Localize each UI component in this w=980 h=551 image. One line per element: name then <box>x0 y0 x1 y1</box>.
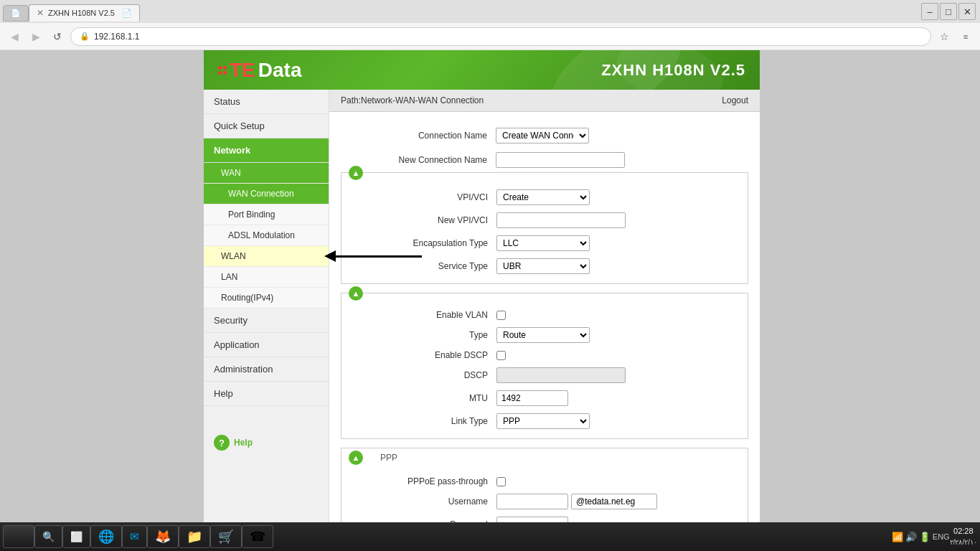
sidebar-item-network[interactable]: Network <box>204 138 329 163</box>
pppoe-passthrough-checkbox[interactable] <box>496 477 506 486</box>
link-type-row: Link Type PPP IPoE <box>341 410 748 433</box>
encapsulation-label: Encapsulation Type <box>353 238 496 248</box>
forward-button[interactable]: ▶ <box>27 28 44 45</box>
help-icon: ? <box>214 435 230 451</box>
help-button[interactable]: ? Help <box>204 428 329 458</box>
sidebar-item-application[interactable]: Application <box>204 333 329 357</box>
sidebar-sub-wan-connection[interactable]: WAN Connection <box>204 184 329 204</box>
pppoe-passthrough-row: PPPoE pass-through <box>341 473 748 490</box>
start-button[interactable] <box>3 525 34 548</box>
enable-dscp-row: Enable DSCP <box>341 347 748 364</box>
taskbar-clock[interactable]: 02:28 ٢/٢٨/٢/١٠ <box>950 526 977 547</box>
connection-section: ▲ Enable VLAN Type <box>341 293 748 439</box>
taskbar-store[interactable]: 🛒 <box>210 525 242 548</box>
dscp-row: DSCP <box>341 364 748 387</box>
username-domain-input[interactable] <box>571 494 657 509</box>
encapsulation-select[interactable]: LLC VCMUX <box>496 235 590 251</box>
enable-vlan-label: Enable VLAN <box>353 310 496 320</box>
minimize-button[interactable]: – <box>921 3 938 20</box>
sidebar-sub-port-binding[interactable]: Port Binding <box>204 204 329 225</box>
back-button[interactable]: ◀ <box>6 28 23 45</box>
enable-dscp-control <box>496 351 506 360</box>
bookmark-button[interactable]: ☆ <box>936 28 953 45</box>
address-bar[interactable]: 🔒 192.168.1.1 <box>70 27 931 46</box>
taskbar-edge[interactable]: 🌐 <box>90 525 122 548</box>
logout-link[interactable]: Logout <box>722 95 748 105</box>
connection-name-row: Connection Name Create WAN Conne <box>341 123 748 148</box>
vpi-vci-select[interactable]: Create <box>496 189 590 205</box>
enable-dscp-label: Enable DSCP <box>353 350 496 360</box>
tab-active[interactable]: ✕ ZXHN H108N V2.5 📄 <box>29 4 140 22</box>
taskbar-firefox[interactable]: 🦊 <box>147 525 179 548</box>
taskbar-task-view[interactable]: ⬜ <box>62 525 90 548</box>
enable-vlan-checkbox[interactable] <box>496 311 506 320</box>
sidebar-sub-wlan[interactable]: WLAN <box>204 246 329 267</box>
tab-label: ZXHN H108N V2.5 <box>48 9 115 17</box>
new-vpi-vci-row: New VPI/VCI <box>341 209 748 232</box>
connection-collapse-btn[interactable]: ▲ <box>349 286 363 301</box>
link-type-control: PPP IPoE <box>496 413 590 429</box>
username-input[interactable] <box>496 494 568 509</box>
taskbar-phone[interactable]: ☎ <box>242 525 273 548</box>
new-vpi-vci-control <box>496 212 626 228</box>
connection-name-label: Connection Name <box>352 131 496 141</box>
vpi-section-body: VPI/VCI Create New VPI/VCI <box>341 180 748 283</box>
connection-name-control: Create WAN Conne <box>496 128 589 143</box>
mtu-input[interactable]: 1492 <box>496 390 568 406</box>
vpi-vci-control: Create <box>496 189 590 205</box>
ppp-collapse-btn[interactable]: ▲ <box>349 451 363 465</box>
sidebar-sub-routing[interactable]: Routing(IPv4) <box>204 288 329 309</box>
windows-logo-icon <box>11 529 26 544</box>
ppp-label: PPP <box>369 450 409 466</box>
taskbar-mail[interactable]: ✉ <box>122 525 147 548</box>
new-vpi-vci-input[interactable] <box>496 212 626 228</box>
link-type-label: Link Type <box>353 416 496 426</box>
taskbar-explorer[interactable]: 📁 <box>179 525 210 548</box>
logo-dot-2 <box>223 66 227 70</box>
new-connection-name-control <box>496 152 625 168</box>
sidebar-item-security[interactable]: Security <box>204 309 329 333</box>
tab-close-icon[interactable]: ✕ <box>37 8 44 18</box>
dscp-label: DSCP <box>353 370 496 380</box>
sidebar-sub-wan[interactable]: WAN <box>204 163 329 184</box>
wlan-row: WLAN <box>204 246 329 267</box>
dscp-control <box>496 367 626 383</box>
address-text: 192.168.1.1 <box>94 32 139 42</box>
maximize-button[interactable]: □ <box>940 3 957 20</box>
close-button[interactable]: ✕ <box>958 3 976 20</box>
logo-dots <box>218 66 227 75</box>
enable-dscp-checkbox[interactable] <box>496 351 506 360</box>
type-select[interactable]: Route Bridge IPoA <box>496 327 590 343</box>
tab-inactive-1[interactable]: 📄 <box>3 5 29 22</box>
system-tray: 📶 🔊 🔋 ENG <box>892 532 950 542</box>
menu-button[interactable]: ≡ <box>957 28 974 45</box>
volume-tray-icon[interactable]: 🔊 <box>905 532 917 542</box>
vpi-collapse-btn[interactable]: ▲ <box>349 166 363 180</box>
sidebar-sub-lan[interactable]: LAN <box>204 267 329 288</box>
service-type-select[interactable]: UBR CBR VBR <box>496 258 590 274</box>
mtu-row: MTU 1492 <box>341 387 748 410</box>
new-connection-name-input[interactable] <box>496 152 625 168</box>
enable-vlan-control <box>496 311 506 320</box>
clock-time: 02:28 <box>950 526 977 537</box>
taskbar-search[interactable]: 🔍 <box>34 525 62 548</box>
connection-name-select[interactable]: Create WAN Conne <box>496 128 589 143</box>
sidebar-item-help[interactable]: Help <box>204 382 329 406</box>
network-tray-icon[interactable]: 📶 <box>892 532 903 542</box>
logo-data: Data <box>258 59 302 82</box>
router-header: TE Data ZXHN H108N V2.5 <box>204 50 760 90</box>
link-type-select[interactable]: PPP IPoE <box>496 413 590 429</box>
sidebar-item-status[interactable]: Status <box>204 90 329 114</box>
sidebar-item-quick-setup[interactable]: Quick Setup <box>204 114 329 138</box>
dscp-input[interactable] <box>496 367 626 383</box>
sidebar-item-administration[interactable]: Administration <box>204 357 329 382</box>
battery-tray-icon[interactable]: 🔋 <box>919 532 930 542</box>
sidebar-sub-adsl-modulation[interactable]: ADSL Modulation <box>204 225 329 246</box>
username-row: Username <box>341 490 748 513</box>
enable-vlan-row: Enable VLAN <box>341 306 748 324</box>
logo-area: TE Data <box>218 59 301 82</box>
content-area: Path:Network-WAN-WAN Connection Logout C… <box>329 90 760 551</box>
reload-button[interactable]: ↺ <box>49 28 66 45</box>
address-icon: 🔒 <box>80 32 90 41</box>
lang-indicator[interactable]: ENG <box>933 532 950 541</box>
